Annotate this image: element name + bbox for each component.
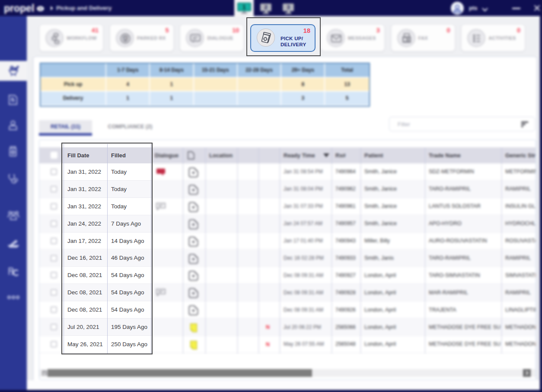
svg-text:P: P <box>124 36 127 41</box>
